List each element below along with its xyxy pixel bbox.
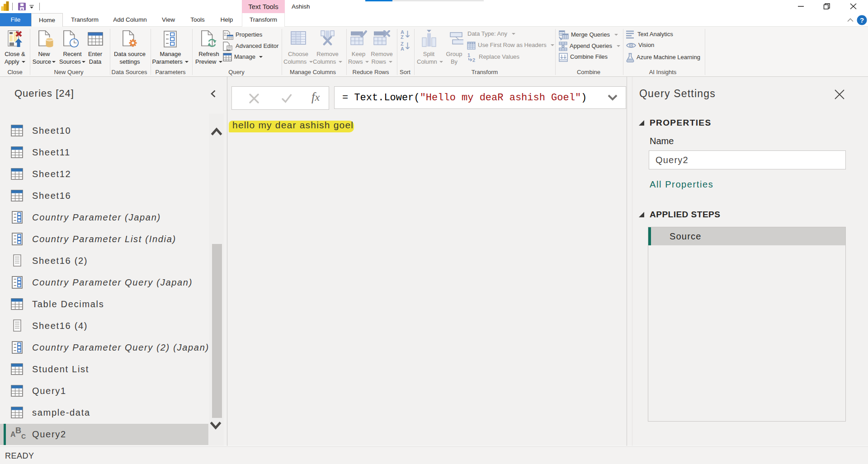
svg-text:Z: Z — [401, 34, 404, 39]
svg-text:2: 2 — [472, 57, 475, 62]
svg-text:A: A — [401, 46, 404, 51]
svg-text:?: ? — [860, 16, 864, 24]
svg-text:1: 1 — [467, 53, 470, 58]
